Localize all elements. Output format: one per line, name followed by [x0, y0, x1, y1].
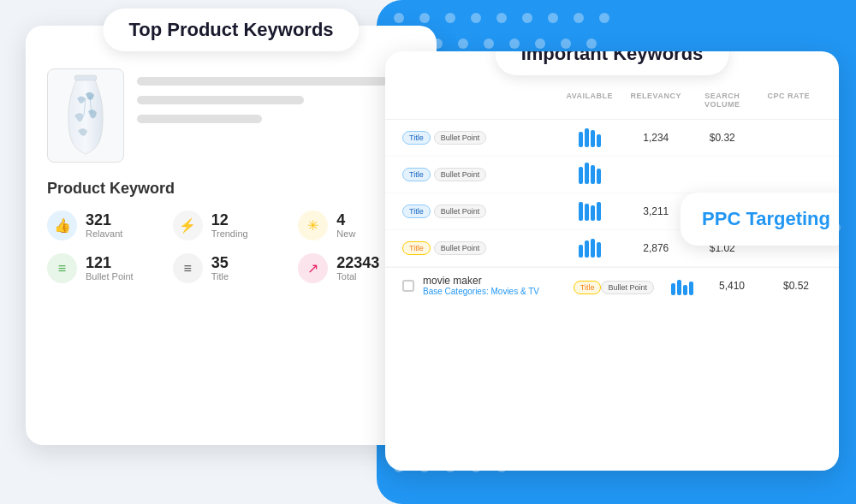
stat-label-relevant: Relavant	[86, 228, 122, 239]
dot	[394, 13, 404, 23]
bar	[597, 134, 601, 147]
bar	[579, 132, 583, 147]
stat-label-trending: Trending	[211, 228, 248, 239]
bar	[597, 202, 601, 221]
right-card: Important Keywords AVAILABLE RELEVANCY S…	[385, 51, 839, 471]
stat-number-title: 35	[211, 255, 229, 272]
dot	[484, 39, 494, 49]
bar	[591, 130, 595, 147]
dot	[496, 13, 507, 23]
dot	[471, 13, 481, 23]
tag: Bullet Point	[434, 205, 487, 218]
movie-info: movie maker Base Categories: Movies & TV	[423, 275, 539, 296]
stat-icon-relevant: 👍	[47, 210, 77, 240]
tag: Title	[402, 205, 431, 218]
stat-item-title: ≡ 35 Title	[173, 253, 290, 283]
cpc-rate-cell: $0.32	[689, 132, 756, 144]
bar-group	[556, 202, 623, 221]
bar	[579, 245, 583, 258]
ppc-bubble-text: PPC Targeting	[702, 208, 830, 230]
table-header: AVAILABLE RELEVANCY SEARCH VOLUME CPC RA…	[385, 81, 839, 120]
movie-cpc-rate: $0.52	[770, 280, 822, 292]
bar	[579, 167, 583, 184]
stat-icon-bullet: ≡	[47, 253, 77, 283]
tag: Bullet Point	[434, 168, 487, 181]
stat-icon-title: ≡	[173, 253, 203, 283]
dot	[419, 13, 430, 23]
col-header-available: AVAILABLE	[556, 92, 623, 109]
movie-tag: Bullet Point	[601, 281, 654, 294]
line-bar-2	[137, 96, 304, 104]
stats-grid: 👍 321 Relavant ⚡ 12 Trending ✳ 4 New ≡ 1…	[47, 210, 415, 283]
dot	[522, 13, 532, 23]
tag: Title	[402, 131, 431, 145]
left-card-title: Top Product Keywords	[103, 9, 359, 51]
section-title: Product Keyword	[47, 180, 415, 198]
stat-info-new: 4 New	[336, 212, 355, 240]
stat-label-bullet: Bullet Point	[86, 271, 134, 282]
movie-sub: Base Categories: Movies & TV	[423, 287, 539, 296]
dot	[509, 39, 520, 49]
stat-number-bullet: 121	[86, 255, 134, 272]
stat-number-total: 22343	[336, 255, 379, 272]
stat-icon-total: ↗	[298, 253, 328, 283]
bar-group	[556, 165, 623, 184]
tag-group: TitleBullet Point	[402, 241, 556, 255]
movie-bars	[671, 276, 693, 295]
bar	[597, 169, 601, 184]
svg-rect-0	[74, 75, 97, 80]
stat-number-relevant: 321	[86, 212, 122, 229]
stat-icon-trending: ⚡	[173, 210, 203, 240]
line-bar-3	[137, 115, 262, 123]
dot	[599, 13, 609, 23]
bar	[585, 204, 589, 221]
product-image	[47, 68, 124, 163]
stat-label-title: Title	[211, 271, 229, 282]
stat-icon-new: ✳	[298, 210, 328, 240]
stat-label-new: New	[336, 228, 355, 239]
tag: Title	[402, 241, 431, 255]
col-header-cpc-rate: CPC RATE	[756, 92, 823, 109]
tag: Title	[402, 168, 431, 181]
right-card-title: Important Keywords	[496, 51, 729, 75]
tag: Bullet Point	[434, 131, 487, 145]
col-header-empty	[402, 92, 556, 109]
movie-sub-prefix: Base Categories:	[423, 287, 491, 296]
dot	[574, 13, 584, 23]
bar	[591, 205, 595, 221]
bar	[585, 128, 589, 147]
dot	[586, 39, 597, 49]
search-volume-cell: 3,211	[623, 205, 690, 217]
product-row	[47, 68, 415, 163]
stat-info-total: 22343 Total	[336, 255, 379, 282]
stat-item-relevant: 👍 321 Relavant	[47, 210, 164, 240]
bar	[591, 239, 595, 258]
dot	[458, 39, 468, 49]
tag: Bullet Point	[434, 241, 487, 255]
col-header-relevancy: RELEVANCY	[623, 92, 690, 109]
bar	[597, 242, 601, 258]
movie-tags: TitleBullet Point	[574, 278, 654, 294]
stat-item-trending: ⚡ 12 Trending	[173, 210, 290, 240]
movie-sub-value: Movies & TV	[491, 287, 540, 296]
left-card: Top Product Keywords	[26, 26, 437, 445]
movie-title: movie maker	[423, 275, 539, 287]
bar-group	[556, 128, 623, 147]
bar	[585, 163, 589, 184]
movie-row: movie maker Base Categories: Movies & TV…	[385, 267, 839, 303]
dot	[535, 39, 545, 49]
movie-checkbox[interactable]	[402, 280, 414, 292]
stat-info-relevant: 321 Relavant	[86, 212, 122, 240]
movie-tag: Title	[574, 281, 602, 294]
ppc-bubble: PPC Targeting	[681, 193, 839, 246]
dot	[445, 13, 455, 23]
bar	[579, 202, 583, 221]
table-row: TitleBullet Point	[385, 157, 839, 193]
tag-group: TitleBullet Point	[402, 168, 556, 181]
stat-item-bullet: ≡ 121 Bullet Point	[47, 253, 164, 283]
col-header-search-volume: SEARCH VOLUME	[689, 92, 756, 109]
movie-search-volume: 5,410	[702, 280, 762, 292]
bar	[591, 165, 595, 184]
stat-number-new: 4	[336, 212, 355, 229]
dot	[548, 13, 558, 23]
